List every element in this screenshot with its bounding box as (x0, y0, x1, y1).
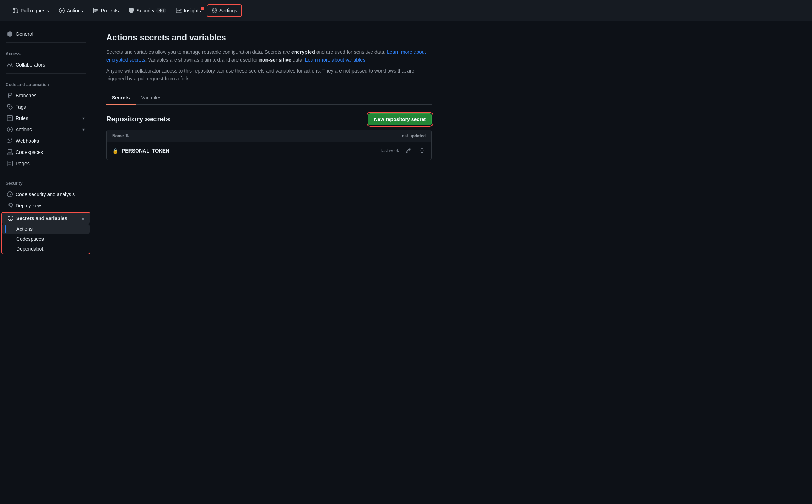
sidebar-divider-1 (6, 42, 86, 43)
branches-icon (7, 93, 13, 98)
rules-chevron: ▾ (82, 116, 85, 121)
sidebar-item-code-security[interactable]: Code security and analysis (1, 189, 90, 200)
table-header-last-updated: Last updated (399, 133, 426, 138)
sidebar-item-general[interactable]: General (1, 28, 90, 40)
tabs: Secrets Variables (106, 91, 432, 105)
secret-name: PERSONAL_TOKEN (122, 148, 169, 154)
sidebar-item-tags[interactable]: Tags (1, 101, 90, 113)
table-header: Name ⇅ Last updated (107, 130, 431, 142)
settings-icon (212, 8, 217, 13)
sidebar-item-collaborators[interactable]: Collaborators (1, 59, 90, 70)
new-repository-secret-button[interactable]: New repository secret (368, 113, 432, 125)
code-security-icon (7, 191, 13, 197)
sidebar-section-security: Security (0, 175, 92, 189)
top-navigation: Pull requests Actions Projects Security … (0, 0, 812, 21)
actions-chevron: ▾ (82, 127, 85, 132)
repo-secrets-title: Repository secrets (106, 115, 170, 123)
nav-projects[interactable]: Projects (89, 5, 123, 16)
sidebar: General Access Collaborators Code and au… (0, 21, 92, 504)
table-header-name: Name ⇅ (112, 133, 129, 138)
sidebar-divider-3 (6, 172, 86, 172)
lock-icon: 🔒 (112, 148, 118, 154)
last-updated: last week (381, 148, 399, 153)
learn-more-variables-link[interactable]: Learn more about variables (305, 57, 365, 63)
tab-secrets[interactable]: Secrets (106, 91, 136, 105)
edit-secret-button[interactable] (405, 147, 412, 155)
description-paragraph-1: Secrets and variables allow you to manag… (106, 48, 432, 64)
tab-variables[interactable]: Variables (136, 91, 167, 105)
nav-pull-requests[interactable]: Pull requests (8, 5, 53, 16)
tags-icon (7, 104, 13, 110)
actions-icon (59, 8, 65, 13)
desc-bold-1: encrypted (291, 49, 315, 55)
sidebar-item-deploy-keys[interactable]: Deploy keys (1, 200, 90, 211)
sidebar-item-webhooks[interactable]: Webhooks (1, 135, 90, 147)
sidebar-item-pages[interactable]: Pages (1, 158, 90, 169)
nav-insights[interactable]: Insights (172, 5, 205, 16)
sidebar-item-codespaces[interactable]: Codespaces (1, 147, 90, 158)
sidebar-divider-2 (6, 73, 86, 74)
nav-actions[interactable]: Actions (55, 5, 87, 16)
edit-icon (406, 148, 411, 153)
sidebar-item-secrets-and-variables[interactable]: Secrets and variables ▴ (2, 213, 90, 224)
desc-text-3: . Variables are shown as plain text and … (145, 57, 259, 63)
rules-icon (7, 115, 13, 121)
sidebar-section-access: Access (0, 46, 92, 59)
nav-settings[interactable]: Settings (207, 4, 242, 17)
page-title: Actions secrets and variables (106, 33, 432, 42)
delete-icon (419, 148, 424, 153)
actions-sidebar-icon (7, 127, 13, 132)
sidebar-item-rules[interactable]: Rules ▾ (1, 113, 90, 124)
collab-note: Anyone with collaborator access to this … (106, 67, 432, 83)
pages-icon (7, 161, 13, 166)
desc-text-2: and are used for sensitive data. (315, 49, 387, 55)
secrets-chevron: ▴ (82, 216, 84, 221)
secrets-variables-group: Secrets and variables ▴ Actions Codespac… (1, 212, 90, 254)
secrets-section-header: Repository secrets New repository secret (106, 113, 432, 125)
main-content: Actions secrets and variables Secrets an… (92, 21, 446, 504)
sidebar-item-actions[interactable]: Actions ▾ (1, 124, 90, 135)
sidebar-subitem-actions[interactable]: Actions (2, 224, 90, 234)
webhooks-icon (7, 138, 13, 144)
security-icon (128, 8, 134, 13)
general-icon (7, 31, 13, 37)
codespaces-icon (7, 149, 13, 155)
desc-text-4: data. (291, 57, 305, 63)
sidebar-subitem-dependabot[interactable]: Dependabot (2, 244, 90, 254)
insights-icon (176, 8, 182, 13)
page-layout: General Access Collaborators Code and au… (0, 21, 812, 504)
secrets-icon (8, 216, 13, 221)
delete-secret-button[interactable] (418, 147, 426, 155)
sidebar-subitem-codespaces[interactable]: Codespaces (2, 234, 90, 244)
sidebar-item-branches[interactable]: Branches (1, 90, 90, 101)
deploy-keys-icon (7, 203, 13, 208)
table-row: 🔒 PERSONAL_TOKEN last week (107, 142, 431, 160)
insights-notification-dot (201, 7, 204, 10)
collaborators-icon (7, 62, 13, 68)
projects-icon (93, 8, 99, 13)
secrets-table: Name ⇅ Last updated 🔒 PERSONAL_TOKEN las… (106, 130, 432, 160)
pr-icon (13, 8, 18, 13)
table-row-right: last week (381, 147, 426, 155)
desc-text-1: Secrets and variables allow you to manag… (106, 49, 291, 55)
sort-icon[interactable]: ⇅ (125, 133, 129, 138)
table-row-left: 🔒 PERSONAL_TOKEN (112, 148, 169, 154)
security-badge: 46 (156, 8, 166, 13)
sidebar-section-code-automation: Code and automation (0, 76, 92, 90)
desc-bold-2: non-sensitive (259, 57, 291, 63)
nav-security[interactable]: Security 46 (124, 5, 170, 16)
